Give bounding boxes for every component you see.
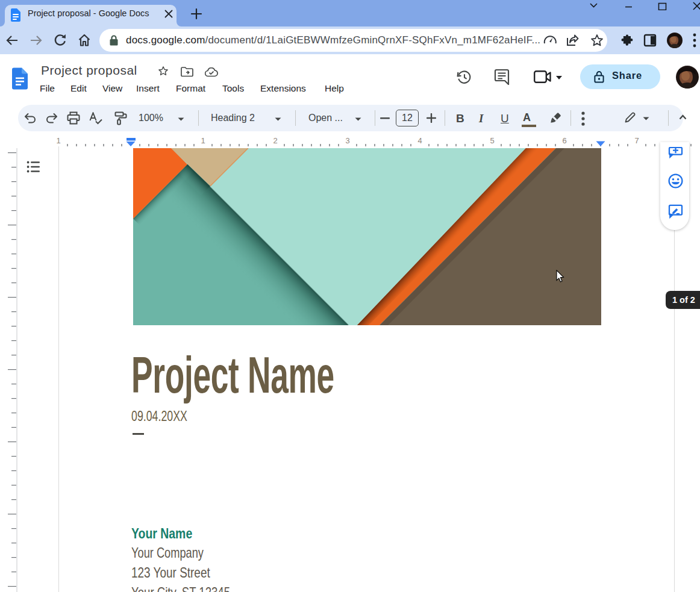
svg-text:7: 7 bbox=[634, 136, 639, 145]
svg-text:5: 5 bbox=[490, 136, 494, 145]
svg-text:1: 1 bbox=[201, 136, 205, 145]
svg-text:1: 1 bbox=[56, 136, 60, 145]
svg-text:6: 6 bbox=[562, 136, 566, 145]
svg-text:2: 2 bbox=[273, 136, 277, 145]
svg-text:4: 4 bbox=[417, 136, 422, 145]
svg-text:3: 3 bbox=[345, 136, 349, 145]
